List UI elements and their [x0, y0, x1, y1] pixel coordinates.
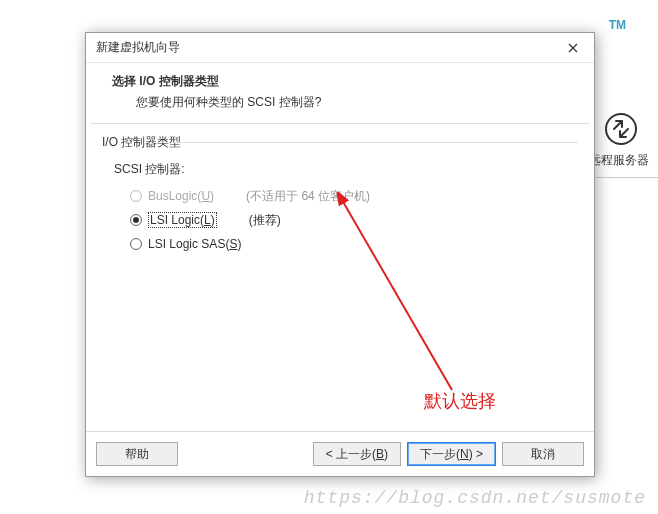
- close-icon: [568, 43, 578, 53]
- cancel-button[interactable]: 取消: [502, 442, 584, 466]
- radio-icon: [130, 190, 142, 202]
- header-subtitle: 您要使用何种类型的 SCSI 控制器?: [136, 94, 576, 111]
- dialog-title: 新建虚拟机向导: [96, 39, 180, 56]
- dialog-body: I/O 控制器类型 SCSI 控制器: BusLogic(U) (不适用于 64…: [86, 124, 594, 431]
- remote-server-icon: [604, 112, 638, 149]
- dialog-header: 选择 I/O 控制器类型 您要使用何种类型的 SCSI 控制器?: [86, 63, 594, 123]
- next-button[interactable]: 下一步(N) >: [407, 442, 496, 466]
- watermark-text: https://blog.csdn.net/susmote: [304, 488, 646, 508]
- radio-icon: [130, 214, 142, 226]
- radio-icon: [130, 238, 142, 250]
- background-separator: [596, 177, 658, 178]
- back-button[interactable]: < 上一步(B): [313, 442, 401, 466]
- group-line: [178, 142, 578, 143]
- dialog-footer: 帮助 < 上一步(B) 下一步(N) > 取消: [86, 431, 594, 476]
- close-button[interactable]: [552, 33, 594, 63]
- background-tm-text: TM: [609, 18, 626, 32]
- scsi-label: SCSI 控制器:: [114, 161, 578, 178]
- help-button[interactable]: 帮助: [96, 442, 178, 466]
- radio-note-lsi-logic: (推荐): [249, 212, 281, 229]
- radio-label-lsi-logic: LSI Logic(L): [148, 212, 217, 228]
- radio-label-lsi-logic-sas: LSI Logic SAS(S): [148, 237, 241, 251]
- radio-note-buslogic: (不适用于 64 位客户机): [246, 188, 370, 205]
- remote-server-label: 远程服务器: [589, 152, 649, 169]
- radio-lsi-logic[interactable]: LSI Logic(L) (推荐): [130, 210, 578, 230]
- svg-point-0: [606, 114, 636, 144]
- header-title: 选择 I/O 控制器类型: [112, 73, 576, 90]
- annotation-text: 默认选择: [424, 389, 496, 413]
- radio-buslogic: BusLogic(U) (不适用于 64 位客户机): [130, 186, 578, 206]
- titlebar: 新建虚拟机向导: [86, 33, 594, 63]
- wizard-dialog: 新建虚拟机向导 选择 I/O 控制器类型 您要使用何种类型的 SCSI 控制器?…: [85, 32, 595, 477]
- radio-lsi-logic-sas[interactable]: LSI Logic SAS(S): [130, 234, 578, 254]
- radio-label-buslogic: BusLogic(U): [148, 189, 214, 203]
